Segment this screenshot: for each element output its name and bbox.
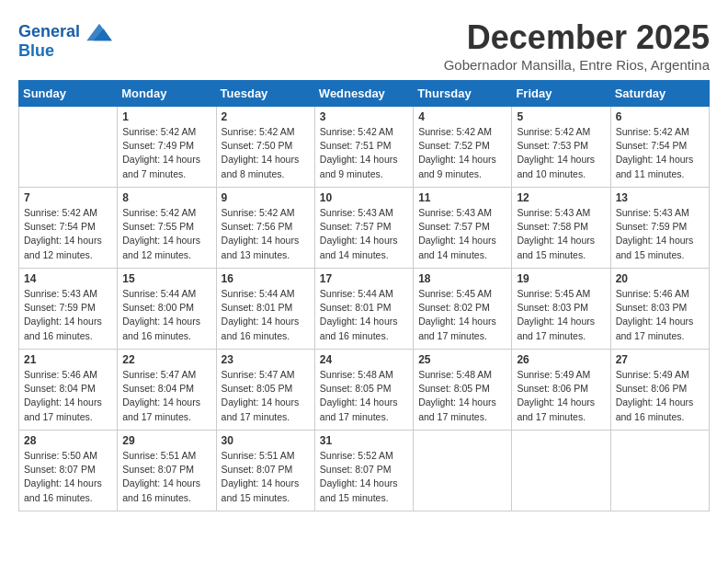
sunset: Sunset: 7:58 PM: [517, 221, 588, 232]
calendar-cell: 18Sunrise: 5:45 AMSunset: 8:02 PMDayligh…: [414, 269, 512, 350]
day-number: 11: [418, 191, 506, 204]
day-number: 9: [222, 191, 310, 204]
cell-content: Sunrise: 5:43 AMSunset: 7:58 PMDaylight:…: [517, 206, 605, 262]
calendar-header: SundayMondayTuesdayWednesdayThursdayFrid…: [19, 81, 710, 107]
daylight: Daylight: 14 hours and 17 minutes.: [418, 396, 496, 421]
location: Gobernador Mansilla, Entre Rios, Argenti…: [444, 57, 710, 73]
cell-content: Sunrise: 5:46 AMSunset: 8:04 PMDaylight:…: [24, 368, 112, 424]
sunset: Sunset: 7:51 PM: [320, 140, 392, 151]
sunrise: Sunrise: 5:43 AM: [418, 207, 492, 218]
calendar-cell: 14Sunrise: 5:43 AMSunset: 7:59 PMDayligh…: [19, 269, 118, 350]
cell-content: Sunrise: 5:46 AMSunset: 8:03 PMDaylight:…: [616, 287, 704, 343]
daylight: Daylight: 14 hours and 17 minutes.: [616, 316, 694, 340]
calendar-table: SundayMondayTuesdayWednesdayThursdayFrid…: [18, 80, 710, 511]
sunset: Sunset: 7:56 PM: [222, 221, 293, 232]
header-sunday: Sunday: [19, 81, 118, 107]
daylight: Daylight: 14 hours and 17 minutes.: [24, 396, 102, 421]
sunrise: Sunrise: 5:51 AM: [122, 450, 196, 461]
week-row-4: 28Sunrise: 5:50 AMSunset: 8:07 PMDayligh…: [19, 431, 710, 511]
sunrise: Sunrise: 5:42 AM: [320, 126, 393, 137]
sunset: Sunset: 8:01 PM: [222, 302, 293, 313]
sunset: Sunset: 8:03 PM: [517, 302, 588, 313]
sunset: Sunset: 7:53 PM: [517, 140, 588, 151]
calendar-cell: 25Sunrise: 5:48 AMSunset: 8:05 PMDayligh…: [414, 350, 512, 431]
day-number: 18: [418, 272, 506, 285]
day-number: 7: [24, 191, 112, 204]
calendar-cell: 11Sunrise: 5:43 AMSunset: 7:57 PMDayligh…: [414, 188, 512, 269]
sunset: Sunset: 8:01 PM: [320, 302, 392, 313]
sunset: Sunset: 8:06 PM: [616, 383, 688, 394]
calendar-cell: 16Sunrise: 5:44 AMSunset: 8:01 PMDayligh…: [216, 269, 314, 350]
cell-content: Sunrise: 5:50 AMSunset: 8:07 PMDaylight:…: [24, 449, 112, 505]
sunrise: Sunrise: 5:49 AM: [616, 369, 689, 380]
cell-content: Sunrise: 5:44 AMSunset: 8:00 PMDaylight:…: [122, 287, 210, 343]
logo-blue: Blue: [18, 42, 112, 61]
calendar-cell: 27Sunrise: 5:49 AMSunset: 8:06 PMDayligh…: [610, 350, 709, 431]
sunrise: Sunrise: 5:46 AM: [616, 288, 689, 299]
daylight: Daylight: 14 hours and 15 minutes.: [616, 235, 694, 259]
calendar-cell: 4Sunrise: 5:42 AMSunset: 7:52 PMDaylight…: [414, 107, 512, 188]
header-thursday: Thursday: [414, 81, 512, 107]
cell-content: Sunrise: 5:51 AMSunset: 8:07 PMDaylight:…: [122, 449, 210, 505]
daylight: Daylight: 14 hours and 16 minutes.: [24, 477, 102, 502]
sunrise: Sunrise: 5:50 AM: [24, 450, 97, 461]
calendar-cell: 22Sunrise: 5:47 AMSunset: 8:04 PMDayligh…: [118, 350, 216, 431]
daylight: Daylight: 14 hours and 12 minutes.: [122, 235, 200, 259]
calendar-cell: 15Sunrise: 5:44 AMSunset: 8:00 PMDayligh…: [118, 269, 216, 350]
sunrise: Sunrise: 5:44 AM: [320, 288, 393, 299]
daylight: Daylight: 14 hours and 16 minutes.: [616, 396, 694, 421]
calendar-cell: [610, 431, 709, 511]
day-number: 10: [320, 191, 408, 204]
calendar-cell: [512, 431, 610, 511]
calendar-cell: 31Sunrise: 5:52 AMSunset: 8:07 PMDayligh…: [314, 431, 413, 511]
sunrise: Sunrise: 5:45 AM: [517, 288, 590, 299]
sunset: Sunset: 7:52 PM: [418, 140, 490, 151]
cell-content: Sunrise: 5:42 AMSunset: 7:51 PMDaylight:…: [320, 125, 408, 181]
daylight: Daylight: 14 hours and 15 minutes.: [222, 477, 300, 502]
cell-content: Sunrise: 5:49 AMSunset: 8:06 PMDaylight:…: [616, 368, 704, 424]
sunrise: Sunrise: 5:48 AM: [418, 369, 492, 380]
daylight: Daylight: 14 hours and 13 minutes.: [222, 235, 300, 259]
calendar-cell: 8Sunrise: 5:42 AMSunset: 7:55 PMDaylight…: [118, 188, 216, 269]
logo: General Blue: [18, 22, 112, 61]
cell-content: Sunrise: 5:42 AMSunset: 7:53 PMDaylight:…: [517, 125, 605, 181]
day-number: 17: [320, 272, 408, 285]
sunrise: Sunrise: 5:42 AM: [222, 207, 295, 218]
sunrise: Sunrise: 5:44 AM: [122, 288, 196, 299]
week-row-2: 14Sunrise: 5:43 AMSunset: 7:59 PMDayligh…: [19, 269, 710, 350]
sunset: Sunset: 7:59 PM: [24, 302, 96, 313]
daylight: Daylight: 14 hours and 9 minutes.: [418, 154, 496, 178]
day-number: 16: [222, 272, 310, 285]
sunrise: Sunrise: 5:48 AM: [320, 369, 393, 380]
week-row-3: 21Sunrise: 5:46 AMSunset: 8:04 PMDayligh…: [19, 350, 710, 431]
day-number: 27: [616, 353, 704, 366]
cell-content: Sunrise: 5:43 AMSunset: 7:59 PMDaylight:…: [616, 206, 704, 262]
day-number: 1: [122, 110, 210, 123]
sunset: Sunset: 8:07 PM: [122, 464, 194, 475]
cell-content: Sunrise: 5:42 AMSunset: 7:50 PMDaylight:…: [222, 125, 310, 181]
calendar-cell: 5Sunrise: 5:42 AMSunset: 7:53 PMDaylight…: [512, 107, 610, 188]
daylight: Daylight: 14 hours and 14 minutes.: [320, 235, 398, 259]
sunrise: Sunrise: 5:47 AM: [122, 369, 196, 380]
day-number: 19: [517, 272, 605, 285]
calendar-cell: 10Sunrise: 5:43 AMSunset: 7:57 PMDayligh…: [314, 188, 413, 269]
daylight: Daylight: 14 hours and 10 minutes.: [517, 154, 595, 178]
sunset: Sunset: 8:05 PM: [320, 383, 392, 394]
sunset: Sunset: 8:06 PM: [517, 383, 588, 394]
calendar-cell: 12Sunrise: 5:43 AMSunset: 7:58 PMDayligh…: [512, 188, 610, 269]
cell-content: Sunrise: 5:42 AMSunset: 7:49 PMDaylight:…: [122, 125, 210, 181]
calendar-cell: 28Sunrise: 5:50 AMSunset: 8:07 PMDayligh…: [19, 431, 118, 511]
sunrise: Sunrise: 5:45 AM: [418, 288, 492, 299]
calendar-cell: 2Sunrise: 5:42 AMSunset: 7:50 PMDaylight…: [216, 107, 314, 188]
sunrise: Sunrise: 5:42 AM: [222, 126, 295, 137]
sunrise: Sunrise: 5:42 AM: [616, 126, 689, 137]
daylight: Daylight: 14 hours and 17 minutes.: [122, 396, 200, 421]
title-area: December 2025 Gobernador Mansilla, Entre…: [444, 18, 710, 73]
day-number: 6: [616, 110, 704, 123]
sunset: Sunset: 8:07 PM: [222, 464, 293, 475]
sunset: Sunset: 8:04 PM: [24, 383, 96, 394]
day-number: 28: [24, 434, 112, 447]
day-number: 4: [418, 110, 506, 123]
sunset: Sunset: 8:03 PM: [616, 302, 688, 313]
calendar-cell: 21Sunrise: 5:46 AMSunset: 8:04 PMDayligh…: [19, 350, 118, 431]
